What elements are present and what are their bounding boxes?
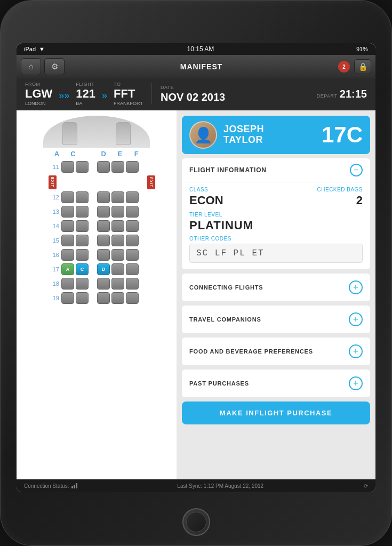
past-purchases-expand-icon[interactable]: + bbox=[349, 376, 363, 390]
seat-13a[interactable] bbox=[61, 206, 74, 218]
exit-sign-left: EXIT bbox=[49, 175, 57, 189]
seat-16e[interactable] bbox=[111, 249, 124, 261]
seat-row-15: 15 bbox=[49, 235, 145, 246]
to-code: FFT bbox=[114, 88, 143, 100]
connecting-flights-expand-icon[interactable]: + bbox=[349, 280, 363, 294]
travel-companions-expand-icon[interactable]: + bbox=[349, 312, 363, 326]
flight-info-bar: FROM LGW LONDON »» FLIGHT 121 BA » TO FF… bbox=[17, 78, 375, 110]
seat-14c[interactable] bbox=[76, 220, 89, 232]
seat-16d[interactable] bbox=[97, 249, 110, 261]
settings-button[interactable]: ⚙ bbox=[44, 58, 65, 75]
seat-18e[interactable] bbox=[111, 278, 124, 290]
seat-18d[interactable] bbox=[97, 278, 110, 290]
food-beverage-expand-icon[interactable]: + bbox=[349, 344, 363, 358]
from-col: FROM LGW LONDON bbox=[25, 82, 52, 106]
seat-18f[interactable] bbox=[126, 278, 139, 290]
seat-18a[interactable] bbox=[61, 278, 74, 290]
seat-15e[interactable] bbox=[111, 235, 124, 246]
home-button-inner bbox=[186, 512, 206, 532]
seat-19f[interactable] bbox=[126, 292, 139, 304]
passenger-name: JOSEPH TAYLOR bbox=[223, 124, 315, 146]
food-beverage-section[interactable]: FOOD AND BEVERAGE PREFERENCES + bbox=[182, 338, 370, 365]
seat-16a[interactable] bbox=[61, 249, 74, 261]
to-col: TO FFT FRANKFORT bbox=[114, 82, 143, 106]
seats-right-19 bbox=[97, 292, 139, 304]
seat-14a[interactable] bbox=[61, 220, 74, 232]
bags-col: CHECKED BAGS 2 bbox=[317, 187, 363, 207]
seat-15f[interactable] bbox=[126, 235, 139, 246]
seat-13c[interactable] bbox=[76, 206, 89, 218]
home-button[interactable]: ⌂ bbox=[21, 58, 41, 75]
seat-16c[interactable] bbox=[76, 249, 89, 261]
flight-info-header[interactable]: FLIGHT INFORMATION − bbox=[182, 158, 370, 182]
seat-12f[interactable] bbox=[126, 191, 139, 203]
alert-icon[interactable]: 2 bbox=[338, 61, 350, 73]
seat-12c[interactable] bbox=[76, 191, 89, 203]
seat-19c[interactable] bbox=[76, 292, 89, 304]
seat-16f[interactable] bbox=[126, 249, 139, 261]
nav-right-icons: 2 🔒 bbox=[338, 59, 371, 74]
tier-value: PLATINUM bbox=[189, 219, 363, 232]
seat-19d[interactable] bbox=[97, 292, 110, 304]
plus-icon-4: + bbox=[353, 379, 359, 388]
to-label: TO bbox=[114, 82, 143, 87]
seat-19e[interactable] bbox=[111, 292, 124, 304]
seat-11c[interactable] bbox=[76, 161, 89, 173]
make-purchase-button[interactable]: MAKE INFLIGHT PURCHASE bbox=[182, 402, 370, 424]
passenger-info: JOSEPH TAYLOR bbox=[223, 124, 315, 146]
seat-17c[interactable]: C bbox=[76, 263, 89, 275]
seat-17a[interactable]: A bbox=[61, 263, 74, 275]
seat-12e[interactable] bbox=[111, 191, 124, 203]
seats-left-16 bbox=[61, 249, 89, 261]
seat-17d[interactable]: D bbox=[97, 263, 110, 275]
col-header-f: F bbox=[130, 150, 143, 158]
col-header-c: C bbox=[67, 150, 79, 158]
seat-11d[interactable] bbox=[97, 161, 110, 173]
seat-12a[interactable] bbox=[61, 191, 74, 203]
seat-18c[interactable] bbox=[76, 278, 89, 290]
seat-13d[interactable] bbox=[97, 206, 110, 218]
past-purchases-title: PAST PURCHASES bbox=[189, 380, 249, 387]
lock-icon: 🔒 bbox=[358, 62, 367, 71]
flight-info-toggle[interactable]: − bbox=[350, 164, 363, 176]
flight-label: FLIGHT bbox=[76, 82, 95, 87]
seat-15d[interactable] bbox=[97, 235, 110, 246]
seat-row-19: 19 bbox=[49, 292, 145, 304]
lock-button[interactable]: 🔒 bbox=[354, 59, 371, 74]
seat-col-headers: A C D E F bbox=[49, 148, 145, 160]
past-purchases-section[interactable]: PAST PURCHASES + bbox=[182, 370, 370, 397]
flight-info-body: CLASS ECON CHECKED BAGS 2 TIER LEVEL PLA… bbox=[182, 182, 370, 269]
connection-status: Connection Status: bbox=[24, 483, 77, 489]
date-label: DATE bbox=[161, 85, 225, 90]
seats-right-12 bbox=[97, 191, 139, 203]
status-bar: iPad ▼ 10:15 AM 91% bbox=[17, 43, 375, 55]
seat-17e[interactable] bbox=[111, 263, 124, 275]
seat-11e[interactable] bbox=[111, 161, 124, 173]
seat-14f[interactable] bbox=[126, 220, 139, 232]
travel-companions-section[interactable]: TRAVEL COMPANIONS + bbox=[182, 306, 370, 333]
signal-bar-1 bbox=[71, 486, 73, 488]
seat-13e[interactable] bbox=[111, 206, 124, 218]
seat-15c[interactable] bbox=[76, 235, 89, 246]
seats-left-19 bbox=[61, 292, 89, 304]
seat-14d[interactable] bbox=[97, 220, 110, 232]
seat-15a[interactable] bbox=[61, 235, 74, 246]
depart-label: DEPART bbox=[317, 93, 338, 99]
seat-14e[interactable] bbox=[111, 220, 124, 232]
bottom-bar: Connection Status: Last Sync: 1:12 PM Au… bbox=[17, 479, 375, 492]
seat-13f[interactable] bbox=[126, 206, 139, 218]
seat-19a[interactable] bbox=[61, 292, 74, 304]
ipad-home-button[interactable] bbox=[182, 508, 210, 536]
seats-left-12 bbox=[61, 191, 89, 203]
seat-11f[interactable] bbox=[126, 161, 139, 173]
seat-11a[interactable] bbox=[61, 161, 74, 173]
class-value: ECON bbox=[189, 194, 223, 207]
seats-right-11 bbox=[97, 161, 139, 173]
seat-17f[interactable] bbox=[126, 263, 139, 275]
connecting-flights-section[interactable]: CONNECTING FLIGHTS + bbox=[182, 274, 370, 301]
carrier-label: iPad bbox=[24, 46, 36, 52]
codes-value: SC LF PL ET bbox=[189, 244, 363, 263]
seat-12d[interactable] bbox=[97, 191, 110, 203]
home-icon: ⌂ bbox=[28, 62, 34, 71]
col-header-e: E bbox=[114, 150, 126, 158]
